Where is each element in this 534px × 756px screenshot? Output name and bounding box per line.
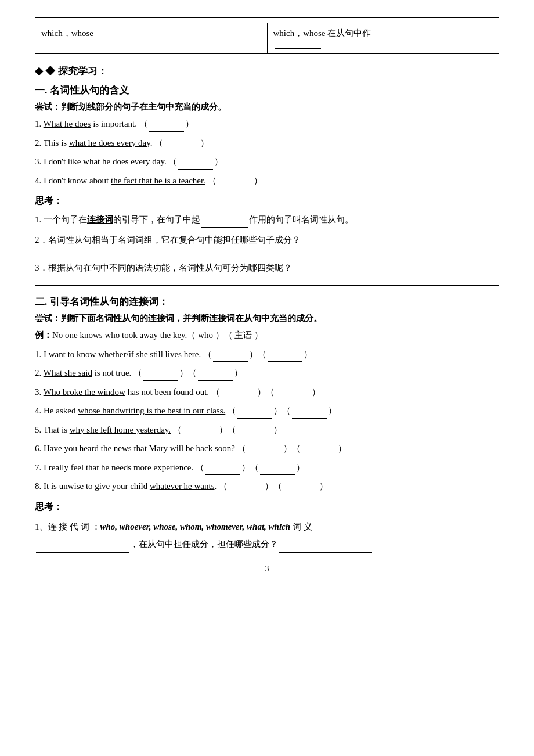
s2-s6-p2 [302,456,337,456]
sentence-1-num: 1. [35,119,44,128]
s2-s8-underline: whatever he wants [150,481,215,491]
s2-sentence-2: 2. What she said is not true. （）（） [35,366,499,381]
sentence-1-blank [149,131,184,132]
s2-s1-p2 [268,361,302,362]
s2-s6-underline: that Mary will be back soon [134,444,231,453]
part2-title: 二. 引导名词性从句的连接词： [35,295,499,308]
s2-s3-p1 [221,399,256,399]
sentence-4-blank [218,188,252,188]
example-label: 例： [35,330,52,340]
sentence-4-num: 4. [35,176,44,185]
sentence-4-underline: the fact that he is a teacher. [111,176,205,185]
think-item-2: 2．名词性从句相当于名词词组，它在复合句中能担任哪些句子成分？ [35,232,499,248]
sentence-2-underline: what he does every day [69,138,150,147]
divider-2 [35,285,499,286]
s2-sentence-8: 8. It is unwise to give your child whate… [35,479,499,494]
sentence-2-before: This is [44,138,69,147]
try-underline-2: 连接词 [209,314,235,323]
diamond-icon: ◆ [35,65,43,77]
sentence-3-before: I don't like [44,157,83,166]
try-underline-1: 连接词 [148,314,174,323]
sentence-1-after: is important. （ [91,119,147,128]
sentence-3-after: . （ [164,157,178,166]
table-cell-1: which，whose [35,23,151,54]
sentence-2-num: 2. [35,138,44,147]
cell3-blank [275,48,321,49]
s2-s8-p1 [229,494,264,494]
s2-sentence-6: 6. Have you heard the news that Mary wil… [35,441,499,456]
s2-s7-p2 [260,474,295,475]
s2-s8-p2 [283,494,318,494]
think-1-underline: 连接词 [87,215,113,224]
s2-sentence-4: 4. He asked whose handwriting is the bes… [35,404,499,419]
s2-s3-p2 [276,399,311,399]
sentence-2-after: . （ [150,138,164,147]
s2-s5-p1 [183,437,218,437]
think-1-blank [201,227,248,228]
sentence-3-num: 3. [35,157,44,166]
page-number: 3 [35,564,499,574]
sentence-2: 2. This is what he does every day. （） [35,136,499,151]
think-item-3: 3．根据从句在句中不同的语法功能，名词性从句可分为哪四类呢？ [35,260,499,276]
s2-s2-underline: What she said [44,368,92,377]
try-label-2: 尝试：判断下面名词性从句的连接词，并判断连接词在从句中充当的成分。 [35,313,499,324]
think-label-1: 思考： [35,195,499,207]
sentence-1: 1. What he does is important. （） [35,117,499,132]
sentence-3-underline: what he does every day [83,157,164,166]
s2-sentence-7: 7. I really feel that he needs more expe… [35,460,499,476]
s2-s4-p2 [292,418,327,419]
sentence-4: 4. I don't know about the fact that he i… [35,174,499,189]
s2-sentence-3: 3. Who broke the window has not been fou… [35,385,499,400]
s2-s2-p1 [143,380,178,381]
sentence-1-underline: What he does [44,119,91,128]
example-underline: who took away the key. [104,330,187,340]
s2-s6-p1 [247,456,282,456]
top-divider [35,17,499,18]
s2-sentence-1: 1. I want to know whether/if she still l… [35,347,499,362]
grammar-table: which，whose which，whose 在从句中作 [35,23,499,54]
think2-item-1: 1、连 接 代 词 ：who, whoever, whose, whom, wh… [35,518,499,553]
example-sentence: 例：No one knows who took away the key.（ w… [35,328,499,343]
s2-s1-p1 [213,361,248,362]
part1-title: 一. 名词性从句的含义 [35,84,499,97]
try-label-1: 尝试：判断划线部分的句子在主句中充当的成分。 [35,102,499,113]
think2-blank-2 [279,552,372,553]
s2-sentence-5: 5. That is why she left home yesterday. … [35,423,499,438]
think-item-1: 1. 一个句子在连接词的引导下，在句子中起作用的句子叫名词性从句。 [35,212,499,228]
s2-s4-underline: whose handwriting is the best in our cla… [78,406,225,415]
table-cell-2 [151,23,267,54]
sentence-2-blank [164,150,199,150]
s2-s7-p1 [205,474,240,475]
s2-s5-p2 [237,437,272,437]
connector-words: who, whoever, whose, whom, whomever, wha… [100,522,291,531]
sentence-4-before: I don't know about [44,176,111,185]
think2-blank-1 [36,552,129,553]
table-cell-3: which，whose 在从句中作 [267,23,406,54]
explore-header: ◆ ◆ 探究学习： [35,64,499,78]
sentence-3-blank [178,169,213,170]
s2-s3-underline: Who broke the window [44,387,125,397]
s2-s4-p1 [237,418,272,419]
think-label-2: 思考： [35,501,499,513]
cell3-text: which，whose 在从句中作 [273,28,371,48]
s2-s5-underline: why she left home yesterday. [70,425,171,434]
sentence-4-after: （ [205,176,217,185]
sentence-3: 3. I don't like what he does every day. … [35,154,499,170]
divider-1 [35,254,499,254]
s2-s2-p2 [198,380,233,381]
s2-s7-underline: that he needs more experience [86,463,192,472]
s2-s1-underline: whether/if she still lives here. [98,350,201,359]
table-cell-4 [406,23,499,54]
